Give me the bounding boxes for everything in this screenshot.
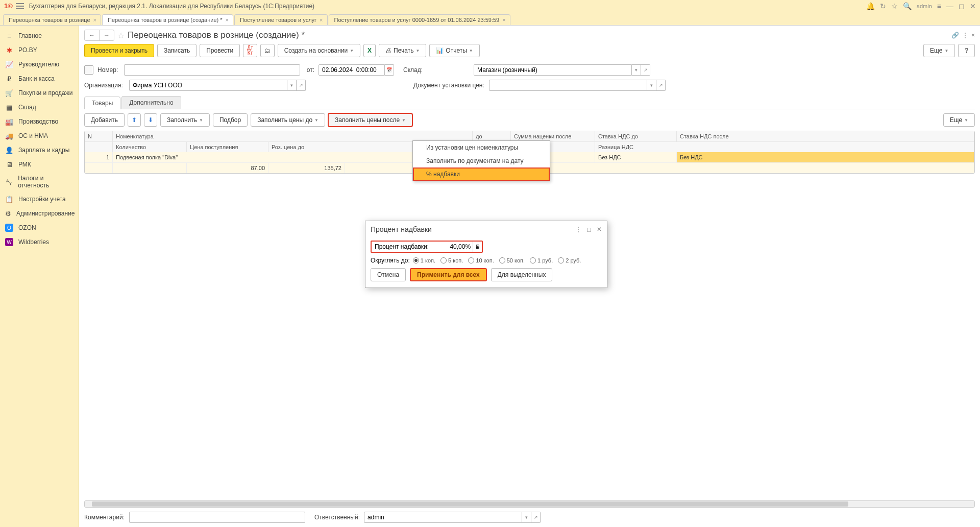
number-input[interactable] (124, 64, 300, 76)
sidebar-item-production[interactable]: 🏭Производство (0, 114, 79, 129)
sidebar-item-wb[interactable]: WWildberries (0, 235, 79, 249)
close-app-icon[interactable]: ✕ (970, 2, 976, 10)
close-icon[interactable]: × (320, 17, 323, 23)
calendar-icon[interactable]: 📅 (385, 64, 394, 76)
round-50kop[interactable]: 50 коп. (499, 257, 525, 264)
comment-input[interactable] (129, 512, 305, 523)
tab-revaluation-list[interactable]: Переоценка товаров в рознице × (3, 14, 101, 25)
sidebar-item-sales[interactable]: 🛒Покупки и продажи (0, 86, 79, 100)
dropdown-icon[interactable]: ▾ (632, 64, 641, 76)
sidebar-item-main[interactable]: ≡Главное (0, 29, 79, 43)
move-up-icon[interactable]: ⬆ (128, 113, 141, 127)
burger-menu-icon[interactable] (16, 3, 24, 9)
apply-selected-button[interactable]: Для выделенных (491, 268, 553, 281)
dialog-more-icon[interactable]: ⋮ (575, 226, 581, 233)
fill-button[interactable]: Заполнить▼ (160, 113, 210, 127)
sidebar-item-tax[interactable]: ᴬᵧНалоги и отчетность (0, 172, 79, 192)
sidebar-item-assets[interactable]: 🚚ОС и НМА (0, 129, 79, 143)
ozon-icon: O (5, 224, 13, 232)
open-icon[interactable]: ↗ (531, 512, 541, 523)
responsible-input[interactable] (364, 512, 522, 523)
dropdown-icon[interactable]: ▾ (287, 80, 297, 91)
bell-icon[interactable]: 🔔 (866, 2, 875, 10)
fill-prices-after-button[interactable]: Заполнить цены после▼ (328, 113, 412, 127)
sidebar-item-hr[interactable]: 👤Зарплата и кадры (0, 143, 79, 157)
fill-prices-before-button[interactable]: Заполнить цены до▼ (251, 113, 325, 127)
tab-goods[interactable]: Товары (84, 97, 120, 109)
sidebar-item-warehouse[interactable]: ▦Склад (0, 100, 79, 114)
dropdown-item-by-documents[interactable]: Заполнить по документам на дату (413, 154, 550, 167)
scrollbar-thumb[interactable] (92, 501, 848, 507)
link-icon[interactable]: 🔗 (951, 32, 959, 39)
round-1kop[interactable]: 1 коп. (413, 257, 435, 264)
more-icon[interactable]: ⋮ (962, 32, 968, 39)
round-2rub[interactable]: 2 руб. (558, 257, 581, 264)
create-based-button[interactable]: Создать на основании▼ (278, 44, 360, 57)
sidebar-item-label: OZON (18, 224, 36, 231)
reports-button[interactable]: 📊 Отчеты▼ (429, 44, 479, 57)
round-5kop[interactable]: 5 коп. (440, 257, 463, 264)
select-button[interactable]: Подбор (213, 113, 248, 127)
favorite-icon[interactable]: ☆ (117, 31, 125, 40)
star-icon[interactable]: ☆ (891, 2, 898, 10)
history-icon[interactable]: ↻ (880, 2, 886, 10)
main-toolbar: Провести и закрыть Записать Провести ДтК… (84, 44, 975, 62)
round-1rub[interactable]: 1 руб. (530, 257, 553, 264)
dropdown-icon[interactable]: ▾ (522, 512, 531, 523)
horizontal-scrollbar[interactable] (84, 500, 975, 508)
structure-icon[interactable]: 🗂 (260, 44, 275, 57)
date-input[interactable] (318, 64, 385, 76)
sidebar-item-ozon[interactable]: OOZON (0, 221, 79, 235)
sidebar-item-manager[interactable]: 📈Руководителю (0, 57, 79, 71)
sidebar-item-bank[interactable]: ₽Банк и касса (0, 71, 79, 86)
print-button[interactable]: 🖨 Печать▼ (379, 44, 426, 57)
dropdown-item-markup-percent[interactable]: % надбавки (413, 167, 550, 181)
close-doc-icon[interactable]: × (971, 32, 975, 39)
price-doc-input[interactable] (489, 80, 647, 91)
help-button[interactable]: ? (958, 44, 975, 57)
dt-kt-button[interactable]: ДтКт (243, 44, 257, 57)
tab-revaluation-create[interactable]: Переоценка товаров в рознице (создание) … (102, 14, 233, 25)
save-button[interactable]: Записать (157, 44, 197, 57)
sidebar-item-settings[interactable]: 📋Настройки учета (0, 192, 79, 206)
dialog-close-icon[interactable]: ✕ (597, 226, 602, 233)
more-button[interactable]: Еще▼ (923, 44, 955, 57)
move-down-icon[interactable]: ⬇ (144, 113, 157, 127)
dialog-maximize-icon[interactable]: ◻ (586, 226, 592, 233)
dropdown-item-from-price-setup[interactable]: Из установки цен номенклатуры (413, 141, 550, 154)
post-button[interactable]: Провести (200, 44, 240, 57)
apply-all-button[interactable]: Применить для всех (410, 268, 487, 281)
excel-icon[interactable]: X (363, 44, 376, 57)
search-icon[interactable]: 🔍 (903, 2, 912, 10)
settings-icon[interactable]: ≡ (937, 2, 941, 10)
close-icon[interactable]: × (93, 17, 96, 23)
add-row-button[interactable]: Добавить (84, 113, 125, 127)
close-icon[interactable]: × (502, 17, 505, 23)
org-input[interactable] (129, 80, 287, 91)
open-icon[interactable]: ↗ (297, 80, 306, 91)
nav-back-icon[interactable]: ← (85, 30, 100, 40)
restore-icon[interactable]: ◻ (959, 2, 965, 10)
dropdown-icon[interactable]: ▾ (647, 80, 656, 91)
open-icon[interactable]: ↗ (641, 64, 650, 76)
warehouse-input[interactable] (474, 64, 632, 76)
cancel-button[interactable]: Отмена (371, 268, 406, 281)
nav-forward-icon[interactable]: → (100, 30, 114, 40)
tab-goods-receipt-doc[interactable]: Поступление товаров и услуг 0000-1659 от… (329, 14, 510, 25)
home-icon: ≡ (5, 32, 13, 40)
round-10kop[interactable]: 10 коп. (468, 257, 494, 264)
sidebar-item-rmk[interactable]: 🖥РМК (0, 157, 79, 172)
open-icon[interactable]: ↗ (656, 80, 666, 91)
tab-goods-receipt[interactable]: Поступление товаров и услуг × (234, 14, 328, 25)
post-and-close-button[interactable]: Провести и закрыть (84, 44, 154, 57)
minimize-icon[interactable]: — (946, 2, 953, 10)
sidebar-item-poby[interactable]: ✱PO.BY (0, 43, 79, 57)
tab-additional[interactable]: Дополнительно (121, 96, 181, 109)
posted-checkbox[interactable] (84, 65, 93, 75)
calculator-icon[interactable]: 🖩 (473, 242, 482, 252)
sidebar-item-admin[interactable]: ⚙Администрирование (0, 206, 79, 221)
user-label[interactable]: admin (917, 3, 932, 9)
percent-input[interactable] (432, 242, 473, 252)
close-icon[interactable]: × (226, 17, 229, 23)
table-more-button[interactable]: Еще▼ (943, 113, 975, 127)
